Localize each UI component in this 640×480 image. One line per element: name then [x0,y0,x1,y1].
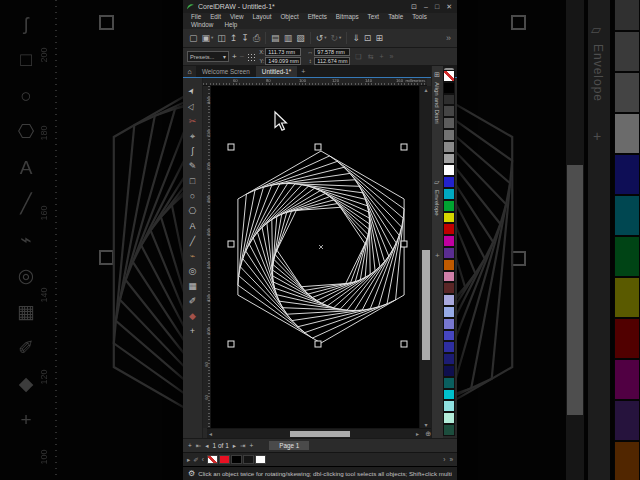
palette-swatch[interactable] [443,200,455,212]
new-tab-button[interactable]: + [297,66,309,77]
palette-flyout-icon[interactable]: ▸ [187,456,190,464]
transparency-tool[interactable]: ▦ [183,279,202,294]
add-page-button[interactable]: + [250,442,254,449]
ellipse-tool[interactable]: ○ [183,189,202,204]
eyedropper-tool[interactable]: ✐ [183,294,202,309]
palette-swatch[interactable] [443,176,455,188]
align-distribute-icon[interactable]: ⊞ [434,71,440,79]
polygon-tool[interactable]: ⎔ [183,204,202,219]
palette-swatch[interactable] [443,318,455,330]
maximize-button[interactable]: □ [435,0,439,13]
palette-swatch[interactable] [443,117,455,129]
interactive-fill-tool[interactable]: ◆ [183,309,202,324]
text-tool[interactable]: A [183,219,202,234]
previous-page-icon[interactable]: ◂ [205,442,208,450]
home-icon[interactable]: ⌂ [183,66,196,77]
add-page-button[interactable]: + [188,442,192,449]
menu-item[interactable]: Edit [210,13,221,21]
palette-swatch[interactable] [443,164,455,176]
tab-untitled-1[interactable]: Untitled-1* [256,66,297,77]
menu-item[interactable]: Layout [253,13,272,21]
envelope-icon[interactable]: ▱ [434,178,439,186]
document-swatch[interactable] [219,455,230,464]
vertical-scrollbar-thumb[interactable] [422,250,430,360]
add-preset-icon[interactable]: + [380,53,384,61]
new-document-icon[interactable]: ▢ [189,29,198,47]
separator[interactable] [310,32,311,44]
duplicate-icon[interactable]: ▧ [296,29,305,47]
document-swatch[interactable] [231,455,242,464]
last-page-icon[interactable]: ⇥ [240,442,245,450]
palette-scroll-left-icon[interactable]: ‹ [202,456,204,463]
menu-item[interactable]: Effects [308,13,327,21]
palette-swatch[interactable] [443,377,455,389]
separator[interactable] [265,32,266,44]
palette-eyedropper-icon[interactable]: ✐ [193,456,198,464]
palette-swatch[interactable] [443,105,455,117]
menu-item[interactable]: Object [280,13,298,21]
gear-icon[interactable]: ⚙ [188,469,195,478]
palette-swatch[interactable] [443,400,455,412]
palette-swatch[interactable] [443,282,455,294]
open-icon[interactable]: ▣ [202,29,214,47]
dimension-tool[interactable]: ╱ [183,234,202,249]
menu-item[interactable]: Bitmaps [336,13,359,21]
width-field[interactable]: 97.578 mm [314,48,350,56]
menu-item[interactable]: Text [368,13,380,21]
zoom-tool[interactable]: ⌖ [183,129,202,144]
import-icon[interactable]: ↥ [230,29,238,47]
horizontal-scrollbar[interactable]: ◂ ▸ ⊕ [207,428,431,438]
height-field[interactable]: 112.674 mm [314,57,350,65]
next-page-icon[interactable]: ▸ [233,442,236,450]
palette-swatch[interactable] [443,70,455,82]
export-icon[interactable]: ↧ [241,29,249,47]
palette-swatch[interactable] [443,141,455,153]
palette-swatch[interactable] [443,259,455,271]
toolbar-overflow-icon[interactable]: » [446,29,451,47]
connector-tool[interactable]: ⌁ [183,249,202,264]
menu-item[interactable]: Table [388,13,403,21]
paste-icon[interactable]: ▥ [284,29,293,47]
zoom-level-icon[interactable]: ⊞ [375,29,383,47]
menu-item[interactable]: Help [224,21,237,29]
add-docker-button[interactable]: + [435,251,440,260]
add-preset-button[interactable]: + [232,51,237,62]
workspace-icon[interactable]: ⊡ [411,0,417,13]
undo-icon[interactable]: ↺ [316,29,327,47]
first-page-icon[interactable]: ⇤ [196,442,201,450]
document-swatch[interactable] [207,455,218,464]
anchor-point-grid-icon[interactable] [247,53,255,61]
create-envelope-from-icon[interactable]: ⇆ [368,53,374,61]
propbar-overflow-icon[interactable]: » [390,53,394,61]
palette-swatch[interactable] [443,412,455,424]
palette-swatch[interactable] [443,389,455,401]
add-tools-button[interactable]: + [183,324,202,339]
menu-item[interactable]: File [191,13,201,21]
document-swatch[interactable] [255,455,266,464]
document-swatch[interactable] [243,455,254,464]
palette-swatch[interactable] [443,341,455,353]
palette-swatch[interactable] [443,153,455,165]
palette-swatch[interactable] [443,82,455,94]
drop-shadow-tool[interactable]: ◎ [183,264,202,279]
close-button[interactable]: ✕ [446,0,452,13]
horizontal-scrollbar-thumb[interactable] [290,431,350,437]
vertical-scrollbar[interactable]: ▴ ▾ [419,86,431,428]
minimize-button[interactable]: – [424,0,428,13]
freehand-tool[interactable]: ʃ [183,144,202,159]
palette-more-icon[interactable]: » [449,456,453,463]
palette-swatch[interactable] [443,271,455,283]
menu-item[interactable]: Window [191,21,213,29]
menu-item[interactable]: Tools [412,13,427,21]
rectangle-tool[interactable]: □ [183,174,202,189]
redo-icon[interactable]: ↻ [330,29,341,47]
y-position-field[interactable]: 149.099 mm [265,57,301,65]
print-icon[interactable]: ⎙ [253,29,260,47]
copy-icon[interactable]: ▤ [271,29,280,47]
palette-swatch[interactable] [443,365,455,377]
palette-swatch[interactable] [443,235,455,247]
fullscreen-preview-icon[interactable]: ⊡ [364,29,372,47]
palette-scroll-right-icon[interactable]: › [443,456,445,463]
palette-swatch[interactable] [443,424,455,436]
palette-swatch[interactable] [443,247,455,259]
